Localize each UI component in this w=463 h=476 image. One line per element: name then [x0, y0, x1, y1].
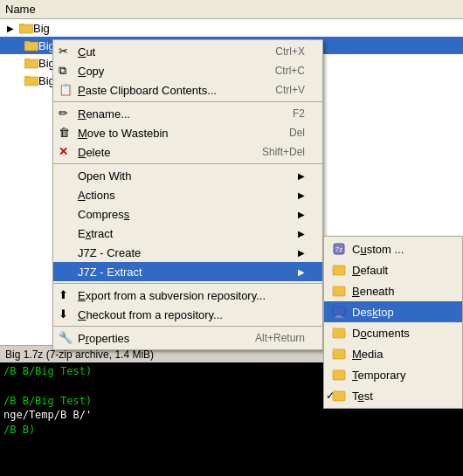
shortcut-wastebin: Del: [289, 127, 305, 139]
submenu-item-desktop[interactable]: Desktop: [324, 301, 462, 322]
shortcut-cut: Ctrl+X: [275, 45, 305, 58]
svg-rect-17: [333, 286, 337, 288]
submenu-item-documents[interactable]: Documents: [324, 322, 462, 343]
terminal-line: /B B): [3, 423, 460, 438]
menu-item-label: Delete: [78, 146, 111, 159]
menu-item-label: Move to Wastebin: [78, 127, 169, 140]
menu-item-label: Cut: [78, 45, 95, 59]
tree-item[interactable]: ▶ Big: [0, 19, 463, 37]
temporary-icon: [331, 367, 347, 383]
rename-icon: ✏: [59, 107, 73, 121]
paste-icon: 📋: [59, 83, 73, 97]
beneath-icon: [331, 283, 347, 299]
submenu-arrow: ▶: [298, 190, 305, 200]
menu-item-paste[interactable]: 📋 Paste Clipboard Contents... Ctrl+V: [53, 80, 322, 100]
menu-item-cut[interactable]: ✂ Cut Ctrl+X: [53, 42, 322, 61]
submenu-item-label: Temporary: [352, 369, 405, 382]
submenu-item-temporary[interactable]: Temporary: [324, 364, 462, 385]
folder-icon: [19, 22, 33, 34]
svg-rect-10: [24, 76, 30, 79]
submenu-item-label: Beneath: [352, 285, 394, 298]
menu-item-export[interactable]: ⬆ Export from a subversion repository...: [53, 286, 322, 305]
default-icon: [331, 262, 347, 278]
submenu-arrow: ▶: [298, 210, 305, 219]
menu-item-j7z-create[interactable]: J7Z - Create ▶: [53, 243, 322, 262]
menu-item-copy[interactable]: ⧉ Copy Ctrl+C: [53, 61, 322, 80]
actions-icon: [59, 188, 73, 202]
file-manager: Name ▶ Big Big 1.7z: [0, 0, 463, 476]
documents-icon: [331, 325, 347, 341]
menu-item-extract[interactable]: Extract ▶: [53, 224, 322, 243]
open-with-icon: [59, 169, 73, 183]
svg-rect-7: [24, 59, 30, 61]
menu-item-j7z-extract[interactable]: J7Z - Extract ▶: [53, 262, 322, 281]
menu-item-checkout[interactable]: ⬇ Checkout from a repository...: [53, 305, 322, 324]
svg-rect-1: [19, 24, 24, 26]
svg-rect-15: [333, 265, 337, 267]
shortcut-rename: F2: [293, 107, 305, 120]
menu-item-label: Copy: [78, 65, 104, 78]
compress-icon: [59, 207, 73, 221]
submenu-item-media[interactable]: Media: [324, 343, 462, 364]
cut-icon: ✂: [59, 45, 73, 59]
menu-item-label: Compress: [78, 208, 129, 221]
shortcut-copy: Ctrl+C: [275, 65, 305, 77]
expand-arrow: ▶: [7, 24, 19, 33]
menu-item-move-wastebin[interactable]: 🗑 Move to Wastebin Del: [53, 123, 322, 142]
menu-item-properties[interactable]: 🔧 Properties Alt+Return: [53, 328, 322, 348]
menu-item-label: J7Z - Create: [78, 246, 141, 259]
submenu-item-label: Custom ...: [352, 243, 404, 256]
svg-rect-22: [333, 328, 337, 330]
folder-icon: [24, 74, 38, 86]
submenu-item-label: Desktop: [352, 306, 394, 319]
menu-item-label: Rename...: [78, 107, 130, 121]
properties-icon: 🔧: [59, 331, 73, 345]
svg-text:7z: 7z: [335, 245, 342, 253]
submenu-item-beneath[interactable]: Beneath: [324, 280, 462, 301]
shortcut-delete: Shift+Del: [262, 146, 305, 158]
extract-icon: [59, 226, 73, 240]
menu-item-rename[interactable]: ✏ Rename... F2: [53, 104, 322, 123]
checkout-icon: ⬇: [59, 307, 73, 321]
svg-rect-19: [336, 315, 342, 317]
menu-separator: [53, 101, 322, 102]
menu-item-label: Checkout from a repository...: [78, 308, 223, 321]
column-header: Name: [0, 0, 463, 19]
desktop-icon: [331, 304, 347, 320]
media-icon: [331, 346, 347, 362]
submenu-item-label: Documents: [352, 327, 410, 340]
terminal-line: nge/Temp/B B/': [3, 408, 460, 423]
svg-rect-20: [335, 317, 343, 318]
delete-icon: ✕: [59, 145, 73, 159]
menu-item-label: Open With: [78, 169, 131, 183]
submenu-item-test[interactable]: ✓ Test: [324, 385, 462, 406]
svg-rect-26: [333, 369, 337, 372]
menu-item-label: Actions: [78, 189, 115, 202]
submenu-arrow: ▶: [298, 171, 305, 181]
menu-item-label: Paste Clipboard Contents...: [78, 84, 217, 97]
menu-separator: [53, 326, 322, 327]
custom-icon: 7z: [331, 241, 347, 257]
menu-item-open-with[interactable]: Open With ▶: [53, 166, 322, 185]
submenu-item-default[interactable]: Default: [324, 259, 462, 280]
submenu-item-custom[interactable]: 7z Custom ...: [324, 238, 462, 259]
menu-separator: [53, 283, 322, 284]
folder-icon: [24, 39, 38, 52]
submenu-item-label: Media: [352, 348, 383, 361]
submenu-arrow: ▶: [298, 229, 305, 238]
svg-rect-18: [333, 307, 345, 315]
svg-rect-24: [333, 348, 337, 351]
menu-item-compress[interactable]: Compress ▶: [53, 204, 322, 224]
tree-item-label: Big: [33, 22, 50, 35]
menu-item-actions[interactable]: Actions ▶: [53, 185, 322, 204]
menu-item-delete[interactable]: ✕ Delete Shift+Del: [53, 142, 322, 162]
column-name-label: Name: [5, 3, 36, 16]
shortcut-properties: Alt+Return: [255, 332, 305, 344]
submenu-arrow-active: ▶: [298, 267, 305, 277]
export-icon: ⬆: [59, 288, 73, 302]
svg-rect-4: [24, 41, 30, 44]
menu-item-label: Properties: [78, 332, 129, 345]
folder-icon: [24, 57, 38, 69]
menu-item-label: Extract: [78, 227, 113, 240]
menu-separator: [53, 163, 322, 164]
